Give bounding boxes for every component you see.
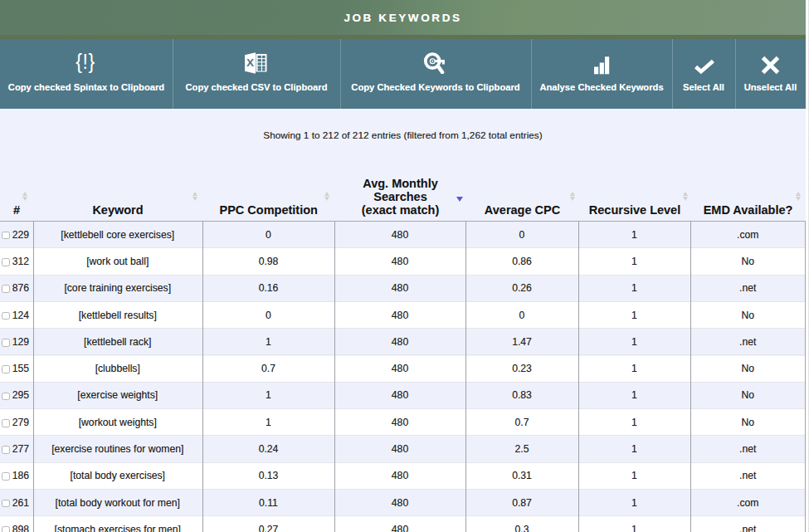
svg-text:X: X <box>246 56 254 69</box>
